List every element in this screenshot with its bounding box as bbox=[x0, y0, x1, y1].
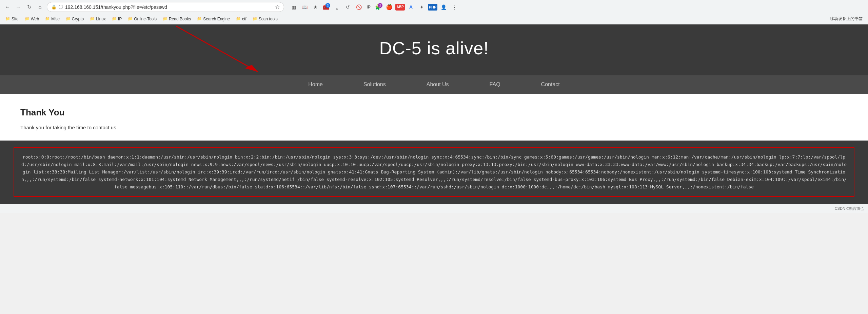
bookmark-folder-icon-8: 📁 bbox=[163, 17, 167, 21]
ip-extension-button[interactable]: IP bbox=[365, 3, 372, 11]
bookmark-misc[interactable]: 📁 Misc bbox=[42, 16, 62, 22]
bookmark-site[interactable]: 📁 Site bbox=[3, 16, 21, 22]
bookmark-read-books-label: Read Books bbox=[169, 17, 191, 21]
extension-counter-button[interactable]: 🧰 2 bbox=[321, 2, 331, 12]
bookmark-folder-icon-11: 📁 bbox=[253, 17, 257, 21]
unknown-ext-button[interactable]: ✦ bbox=[417, 2, 427, 12]
bookmark-scan-tools[interactable]: 📁 Scan tools bbox=[250, 16, 280, 22]
toolbar-actions: ▦ 📖 ★ 🧰 2 ⭳ ↺ 🚫 IP 🧩 bbox=[289, 2, 459, 12]
bookmark-folder-icon-10: 📁 bbox=[236, 17, 241, 21]
nav-faq[interactable]: FAQ bbox=[469, 75, 521, 94]
bookmark-linux[interactable]: 📁 Linux bbox=[87, 16, 108, 22]
dev-ext-button[interactable]: PHP bbox=[428, 4, 437, 11]
bookmark-ctf[interactable]: 📁 ctf bbox=[233, 16, 249, 22]
bookmark-linux-label: Linux bbox=[96, 17, 106, 21]
bookmark-misc-label: Misc bbox=[51, 17, 60, 21]
extension-puzzle-button[interactable]: 🧩 2 bbox=[374, 2, 383, 12]
translate-button[interactable]: ↺ bbox=[343, 2, 353, 12]
bookmark-site-label: Site bbox=[12, 17, 19, 21]
bookmark-scan-tools-label: Scan tools bbox=[259, 17, 278, 21]
bookmark-folder-icon-4: 📁 bbox=[66, 17, 71, 21]
bookmark-online-tools[interactable]: 📁 Online-Tools bbox=[125, 16, 159, 22]
bookmark-ctf-label: ctf bbox=[242, 17, 246, 21]
emoji-button[interactable]: 🍎 bbox=[384, 2, 394, 12]
address-bar-container[interactable]: 🔒 ⓘ ☆ bbox=[47, 2, 284, 12]
nav-about-us[interactable]: About Us bbox=[406, 75, 469, 94]
bookmark-web[interactable]: 📁 Web bbox=[22, 16, 42, 22]
page-wrapper: DC-5 is alive! Home Solutions About Us F… bbox=[0, 24, 868, 204]
home-button[interactable]: ⌂ bbox=[35, 2, 45, 12]
abp-button[interactable]: ABP bbox=[395, 4, 405, 11]
bookmark-search-engine[interactable]: 📁 Search Engine bbox=[194, 16, 233, 22]
file-contents-box: root:x:0:0:root:/root:/bin/bash daemon:x… bbox=[14, 147, 854, 197]
download-button[interactable]: ⭳ bbox=[332, 2, 342, 12]
bookmark-folder-icon-2: 📁 bbox=[25, 17, 29, 21]
browser-chrome: ← → ↻ ⌂ 🔒 ⓘ ☆ ▦ 📖 ★ 🧰 2 bbox=[0, 0, 868, 24]
translate-ext-button[interactable]: A bbox=[406, 2, 416, 12]
footer-area: CSDN ©融宫博也 bbox=[0, 204, 868, 213]
address-input[interactable] bbox=[65, 4, 273, 10]
bookmark-crypto[interactable]: 📁 Crypto bbox=[63, 16, 86, 22]
three-dots-icon: ⋮ bbox=[451, 3, 458, 11]
nav-contact[interactable]: Contact bbox=[521, 75, 580, 94]
browser-toolbar: ← → ↻ ⌂ 🔒 ⓘ ☆ ▦ 📖 ★ 🧰 2 bbox=[0, 0, 868, 14]
read-mode-button[interactable]: 📖 bbox=[300, 2, 309, 12]
back-button[interactable]: ← bbox=[3, 2, 12, 12]
svg-line-1 bbox=[176, 26, 258, 72]
mobile-bookmarks-label[interactable]: 移动设备上的书签 bbox=[827, 15, 865, 23]
bookmark-folder-icon: 📁 bbox=[5, 17, 10, 21]
hero-section: DC-5 is alive! bbox=[0, 24, 868, 75]
extension-badge: 2 bbox=[326, 3, 330, 8]
bookmark-ip-label: IP bbox=[118, 17, 122, 21]
file-contents-text: root:x:0:0:root:/root:/bin/bash daemon:x… bbox=[21, 154, 847, 189]
qr-code-button[interactable]: ▦ bbox=[289, 2, 298, 12]
reload-button[interactable]: ↻ bbox=[24, 2, 34, 12]
forward-button[interactable]: → bbox=[14, 2, 23, 12]
bookmark-folder-icon-9: 📁 bbox=[197, 17, 202, 21]
content-area: Thank You Thank you for taking the time … bbox=[0, 94, 868, 141]
nav-bar: Home Solutions About Us FAQ Contact bbox=[0, 75, 868, 94]
bookmark-online-tools-label: Online-Tools bbox=[134, 17, 157, 21]
hero-title: DC-5 is alive! bbox=[379, 38, 489, 58]
bookmark-web-label: Web bbox=[31, 17, 39, 21]
bookmark-search-engine-label: Search Engine bbox=[203, 17, 230, 21]
bookmark-star-button[interactable]: ☆ bbox=[275, 4, 280, 10]
bookmark-folder-icon-6: 📁 bbox=[112, 17, 117, 21]
bookmark-folder-icon-3: 📁 bbox=[45, 17, 50, 21]
nav-solutions[interactable]: Solutions bbox=[343, 75, 406, 94]
thank-you-title: Thank You bbox=[20, 107, 848, 118]
nav-buttons: ← → ↻ ⌂ bbox=[3, 2, 45, 12]
extension-count-badge: 2 bbox=[378, 3, 382, 8]
user-button[interactable]: 👤 bbox=[439, 2, 448, 12]
thank-you-text: Thank you for taking the time to contact… bbox=[20, 125, 848, 130]
bookmark-read-books[interactable]: 📁 Read Books bbox=[160, 16, 194, 22]
menu-button[interactable]: ⋮ bbox=[450, 2, 459, 12]
file-contents-section: root:x:0:0:root:/root:/bin/bash daemon:x… bbox=[0, 141, 868, 204]
block-button[interactable]: 🚫 bbox=[354, 2, 363, 12]
nav-home[interactable]: Home bbox=[288, 75, 343, 94]
bookmark-ip[interactable]: 📁 IP bbox=[109, 16, 124, 22]
bookmarks-bar: 📁 Site 📁 Web 📁 Misc 📁 Crypto 📁 Linux 📁 I… bbox=[0, 14, 868, 24]
bookmark-button[interactable]: ★ bbox=[311, 2, 320, 12]
info-icon: ⓘ bbox=[59, 4, 63, 10]
bookmark-folder-icon-7: 📁 bbox=[128, 17, 133, 21]
bookmark-folder-icon-5: 📁 bbox=[90, 17, 95, 21]
footer-label: CSDN ©融宫博也 bbox=[835, 206, 864, 211]
security-icon: 🔒 bbox=[51, 4, 57, 10]
bookmark-crypto-label: Crypto bbox=[72, 17, 84, 21]
